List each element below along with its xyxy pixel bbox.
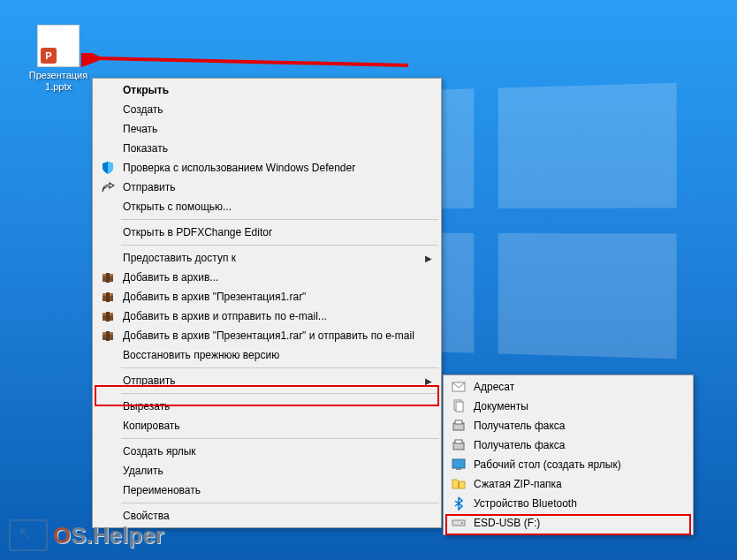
menu-separator [121,367,438,368]
menu-pdf-editor[interactable]: Открыть в PDFXChange Editor [95,223,439,242]
powerpoint-file-icon: P [37,25,80,67]
menu-separator [121,219,438,220]
menu-rar-email[interactable]: Добавить в архив и отправить по e-mail..… [95,306,439,326]
mail-icon [449,379,468,395]
winrar-icon [98,289,118,305]
share-icon [98,179,118,195]
context-menu-sendto: Адресат Документы Получатель факса Получ… [443,375,694,535]
shield-icon [98,160,118,176]
menu-open-with[interactable]: Открыть с помощью... [95,197,439,216]
menu-separator [121,245,438,246]
sendto-bluetooth[interactable]: Устройство Bluetooth [445,494,691,513]
menu-rar-email-named[interactable]: Добавить в архив "Презентация1.rar" и от… [95,326,439,345]
documents-icon [449,398,468,414]
svg-rect-20 [455,440,462,443]
sendto-zip[interactable]: Сжатая ZIP-папка [445,474,691,494]
sendto-fax2[interactable]: Получатель факса [445,435,691,455]
menu-restore[interactable]: Восстановить прежнюю версию [95,345,439,365]
watermark: OS.Helper [9,519,164,551]
svg-rect-21 [452,459,465,468]
sendto-fax1[interactable]: Получатель факса [445,416,691,435]
menu-separator [121,503,438,503]
sendto-desktop[interactable]: Рабочий стол (создать ярлык) [445,455,691,474]
menu-rar-add-named[interactable]: Добавить в архив "Презентация1.rar" [95,287,439,306]
watermark-text: OS.Helper [53,522,164,549]
winrar-icon [98,328,118,344]
menu-print[interactable]: Печать [95,119,439,139]
bluetooth-icon [449,496,468,511]
desktop-file-icon[interactable]: P Презентация1.pptx [27,25,90,93]
sendto-documents[interactable]: Документы [445,397,691,416]
svg-rect-23 [458,481,460,488]
svg-rect-7 [106,292,110,302]
menu-send-to[interactable]: Отправить▶ [95,371,439,390]
zip-folder-icon [449,476,468,492]
powerpoint-badge-icon: P [41,48,57,64]
fax-icon [449,418,468,434]
drive-icon [449,515,468,531]
svg-rect-13 [106,331,110,341]
sendto-usb[interactable]: ESD-USB (F:) [445,513,691,533]
menu-separator [121,393,438,394]
menu-show[interactable]: Показать [95,139,439,158]
chevron-right-icon: ▶ [425,376,432,386]
svg-rect-16 [456,402,463,412]
context-menu-main: Открыть Создать Печать Показать Проверка… [92,78,442,528]
menu-delete[interactable]: Удалить [95,461,439,481]
menu-new[interactable]: Создать [95,100,439,119]
sendto-recipient[interactable]: Адресат [445,377,691,397]
svg-point-25 [461,522,463,524]
fax-icon [449,437,468,453]
menu-rename[interactable]: Переименовать [95,481,439,500]
menu-share-access[interactable]: Предоставить доступ к▶ [95,248,439,268]
menu-cut[interactable]: Вырезать [95,397,439,416]
winrar-icon [98,308,118,324]
svg-rect-22 [456,468,461,470]
svg-rect-4 [106,273,110,283]
chevron-right-icon: ▶ [425,254,432,263]
menu-copy[interactable]: Копировать [95,416,439,435]
desktop-icon [449,457,468,473]
menu-open[interactable]: Открыть [95,80,439,100]
watermark-logo-icon [9,519,48,551]
menu-separator [121,438,438,439]
svg-rect-18 [455,420,462,424]
winrar-icon [98,269,118,285]
svg-rect-10 [106,312,110,322]
menu-defender[interactable]: Проверка с использованием Windows Defend… [95,158,439,178]
file-name-label: Презентация1.pptx [27,70,90,93]
menu-shortcut[interactable]: Создать ярлык [95,442,439,461]
menu-rar-add[interactable]: Добавить в архив... [95,268,439,287]
menu-send[interactable]: Отправить [95,178,439,197]
